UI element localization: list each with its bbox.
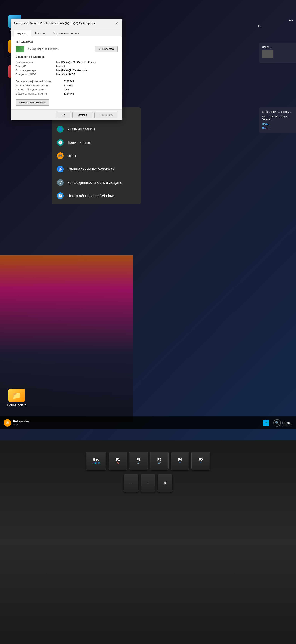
settings-menu-item-privacy[interactable]: 🛡 Конфиденциальность и защита (52, 176, 140, 189)
keyboard-area: Esc FnLock F1 🔇 F2 🔉 F3 🔊 F4 ✕ F5 ☀ (0, 440, 296, 644)
games-label: Игры (67, 154, 76, 158)
key-esc[interactable]: Esc FnLock (86, 452, 106, 470)
dialog-title: Свойства: Generic PnP Monitor и Intel(R)… (14, 22, 95, 25)
key-f2[interactable]: F2 🔉 (129, 452, 148, 470)
monitor-icon (262, 50, 273, 58)
right-side-info-text: Выбе... При б... энергу... (262, 110, 293, 113)
tab-monitor[interactable]: Монитор (32, 30, 50, 36)
info-label-2: Строка адаптера: (16, 69, 56, 72)
ok-button[interactable]: OK (56, 112, 70, 118)
memory-row-1: Используется видеопамяти: 128 МБ (16, 84, 118, 88)
privacy-label: Конфиденциальность и защита (67, 180, 122, 185)
weather-subtitle: Now (13, 423, 30, 426)
right-side-info: Выбе... При б... энергу... Авто... Автом… (259, 107, 296, 132)
dialog-tabs: Адаптер Монитор Управление цветом (11, 28, 122, 36)
windows-update-label: Центр обновления Windows (67, 194, 116, 198)
weather-text: Hot weather Now (13, 420, 30, 426)
info-value-0: Intel(R) Iris(R) Xe Graphics Family (56, 61, 96, 64)
right-link1[interactable]: Полу... (262, 122, 293, 126)
settings-menu-item-time[interactable]: 🕐 Время и язык (52, 136, 140, 149)
key-excl-main: ! (148, 481, 148, 485)
folder-image: 📁 (8, 389, 25, 402)
right-info-box-top: Сведе... (259, 42, 296, 63)
start-button[interactable] (262, 418, 271, 428)
key-f4[interactable]: F4 ✕ (171, 452, 189, 470)
key-esc-main: Esc (93, 458, 99, 462)
dots-icon: ••• (258, 18, 293, 22)
dialog-footer: OK Отмена Применить (11, 109, 122, 120)
key-f1-main: F1 (116, 458, 120, 462)
key-at[interactable]: @ (158, 474, 172, 492)
dialog-body: Тип адаптера 🖥 Intel(R) Iris(R) Xe Graph… (11, 36, 122, 109)
settings-menu-item-accounts[interactable]: 👤 Учетные записи (52, 122, 140, 136)
taskbar-search[interactable]: 🔍 Поис... (274, 419, 292, 426)
key-f5[interactable]: F5 ☀ (192, 452, 210, 470)
windows-update-icon: 🔄 (57, 192, 64, 199)
memory-value-1: 128 МБ (64, 84, 72, 87)
adapter-chip-icon: 🖥 (16, 46, 24, 52)
settings-menu-item-games[interactable]: 🎮 Игры (52, 149, 140, 162)
properties-dialog: Свойства: Generic PnP Monitor и Intel(R)… (11, 18, 122, 120)
key-excl[interactable]: ! (140, 474, 156, 492)
tab-color-management[interactable]: Управление цветом (50, 30, 82, 36)
memory-label-1: Используется видеопамяти: (16, 84, 64, 87)
key-f3-main: F3 (157, 458, 161, 462)
dialog-close-button[interactable]: ✕ (114, 21, 119, 26)
key-tilde[interactable]: ~ (124, 474, 138, 492)
info-label-3: Сведения о BIOS: (16, 73, 56, 76)
memory-section: Доступно графической памяти: 8182 МБ Исп… (16, 80, 118, 96)
info-value-2: Intel(R) Iris(R) Xe Graphics (56, 69, 88, 72)
weather-title: Hot weather (13, 420, 30, 423)
memory-value-2: 0 МБ (64, 88, 70, 91)
memory-row-0: Доступно графической памяти: 8182 МБ (16, 80, 118, 84)
accounts-icon: 👤 (57, 126, 64, 132)
key-f5-main: F5 (199, 458, 202, 462)
key-f1[interactable]: F1 🔇 (108, 452, 127, 470)
memory-row-3: Общей системной памяти: 8054 МБ (16, 92, 118, 96)
dialog-titlebar: Свойства: Generic PnP Monitor и Intel(R)… (11, 18, 122, 28)
win-logo-q4 (266, 423, 270, 426)
tab-adapter[interactable]: Адаптер (14, 30, 31, 36)
accounts-label: Учетные записи (67, 127, 95, 132)
info-row-3: Сведения о BIOS: Intel Video BIOS (16, 72, 118, 76)
right-b-label: Б... (258, 24, 293, 28)
key-tilde-main: ~ (130, 481, 132, 485)
search-icon: 🔍 (274, 419, 281, 426)
search-label: Поис... (282, 421, 292, 425)
privacy-icon: 🛡 (57, 179, 64, 186)
adapter-type-section-title: Тип адаптера (16, 40, 118, 43)
apply-button[interactable]: Применить (94, 112, 118, 118)
win-logo-q1 (263, 420, 266, 423)
modes-list-button[interactable]: Список всех режимов (16, 100, 50, 106)
key-f3-sub: 🔊 (158, 462, 161, 464)
info-section-title: Сведения об адаптере (16, 55, 118, 58)
key-esc-sub: FnLock (92, 462, 100, 464)
key-f2-main: F2 (136, 458, 140, 462)
accessibility-label: Специальные возможности (67, 167, 114, 171)
weather-icon: ☀ (4, 419, 11, 426)
settings-menu-item-accessibility[interactable]: ♿ Специальные возможности (52, 162, 140, 176)
info-row-2: Строка адаптера: Intel(R) Iris(R) Xe Gra… (16, 68, 118, 72)
info-value-1: Internal (56, 65, 65, 68)
cancel-button[interactable]: Отмена (72, 112, 92, 118)
key-f2-sub: 🔉 (137, 462, 140, 464)
keyboard-row-2: ~ ! @ (124, 474, 172, 492)
properties-icon: 🖥 (98, 48, 101, 50)
key-f5-sub: ☀ (200, 462, 202, 464)
info-row-0: Тип микросхем: Intel(R) Iris(R) Xe Graph… (16, 60, 118, 64)
right-link2[interactable]: Отпр... (262, 126, 293, 130)
info-value-3: Intel Video BIOS (56, 73, 75, 76)
adapter-name-label: Intel(R) Iris(R) Xe Graphics (28, 48, 59, 50)
right-panel-top: ••• Б... (255, 15, 296, 31)
memory-label-3: Общей системной памяти: (16, 92, 64, 95)
right-auto-text: Авто... Автома... прило... больше... (262, 115, 293, 121)
taskbar: ☀ Hot weather Now 🔍 Поис... (0, 416, 296, 429)
time-label: Время и язык (67, 140, 91, 145)
settings-menu-item-windows-update[interactable]: 🔄 Центр обновления Windows (52, 189, 140, 202)
new-folder-icon[interactable]: 📁 Новая папка (4, 389, 30, 407)
key-f3[interactable]: F3 🔊 (150, 452, 168, 470)
properties-button[interactable]: 🖥 Свойства (94, 46, 118, 52)
memory-label-0: Доступно графической памяти: (16, 80, 64, 83)
info-label-0: Тип микросхем: (16, 61, 56, 64)
key-f4-main: F4 (178, 458, 182, 462)
